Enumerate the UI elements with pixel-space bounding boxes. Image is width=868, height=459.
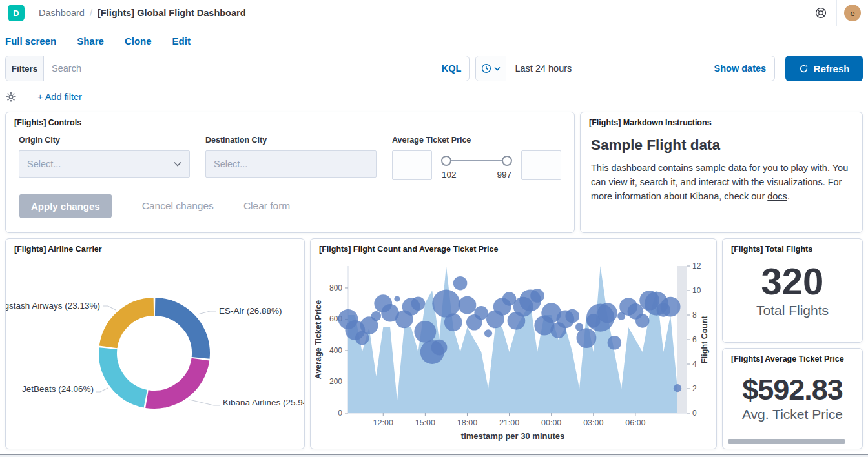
time-quick-select-button[interactable] xyxy=(476,56,506,81)
svg-text:18:00: 18:00 xyxy=(457,418,477,427)
svg-text:400: 400 xyxy=(329,346,342,355)
cancel-changes-button[interactable]: Cancel changes xyxy=(142,200,214,212)
panel-title: [Flights] Controls xyxy=(6,112,574,127)
time-picker: Last 24 hours Show dates xyxy=(475,56,775,81)
filter-controls-row: + Add filter xyxy=(5,87,863,107)
svg-text:6: 6 xyxy=(692,335,697,344)
destination-city-select[interactable]: Select... xyxy=(205,150,377,178)
panel-flight-count-chart: [Flights] Flight Count and Average Ticke… xyxy=(310,238,717,449)
clear-form-button[interactable]: Clear form xyxy=(243,200,290,212)
filters-label[interactable]: Filters xyxy=(6,56,44,81)
share-button[interactable]: Share xyxy=(77,36,104,46)
help-button[interactable] xyxy=(805,0,836,26)
dashboard-grid: [Flights] Controls Origin City Select...… xyxy=(0,107,868,449)
slider-max-value: 997 xyxy=(497,170,512,179)
svg-text:Flight Count: Flight Count xyxy=(700,315,709,363)
svg-text:2: 2 xyxy=(692,384,697,393)
donut-slice-kibana-airlines[interactable] xyxy=(147,360,200,400)
avg-ticket-price-bubble xyxy=(414,321,436,343)
svg-text:00:00: 00:00 xyxy=(541,418,561,427)
slider-handle-max[interactable] xyxy=(502,156,512,166)
docs-link[interactable]: docs xyxy=(767,191,787,201)
chevron-down-icon xyxy=(174,161,181,167)
show-dates-button[interactable]: Show dates xyxy=(714,63,775,74)
price-max-input[interactable] xyxy=(521,150,561,180)
avg-ticket-price-label: Avg. Ticket Price xyxy=(742,407,843,422)
panel-markdown-instructions: [Flights] Markdown Instructions Sample F… xyxy=(580,112,863,233)
origin-city-select[interactable]: Select... xyxy=(19,150,190,178)
markdown-heading: Sample Flight data xyxy=(591,137,852,154)
horizontal-scrollbar[interactable] xyxy=(728,439,845,444)
svg-text:8: 8 xyxy=(692,311,697,320)
search-input[interactable] xyxy=(44,56,442,81)
origin-city-label: Origin City xyxy=(19,136,190,145)
avg-ticket-price-bubble xyxy=(371,311,381,321)
svg-text:200: 200 xyxy=(329,377,342,386)
search-bar: Filters KQL xyxy=(5,56,470,81)
add-filter-button[interactable]: + Add filter xyxy=(37,92,82,102)
price-min-input[interactable] xyxy=(392,150,432,180)
full-screen-button[interactable]: Full screen xyxy=(5,36,56,46)
donut-label: JetBeats (24.06%) xyxy=(22,384,94,394)
filter-divider xyxy=(23,97,32,97)
breadcrumb: Dashboard / [Flights] Global Flight Dash… xyxy=(39,8,246,18)
avg-ticket-price-value: $592.83 xyxy=(742,375,843,404)
panel-flights-controls: [Flights] Controls Origin City Select...… xyxy=(5,112,575,233)
query-bar: Filters KQL Last 24 hours Show dates Ref… xyxy=(5,56,863,81)
donut-slice-jetbeats[interactable] xyxy=(108,349,145,399)
avg-ticket-price-bubble xyxy=(411,296,426,311)
filter-settings-gear-icon[interactable] xyxy=(5,91,17,103)
donut-label: Kibana Airlines (25.94%) xyxy=(223,398,304,407)
donut-label: ES-Air (26.88%) xyxy=(219,306,282,316)
svg-text:06:00: 06:00 xyxy=(625,418,645,427)
avg-ticket-price-bubble xyxy=(459,296,477,314)
avg-ticket-price-bubble xyxy=(530,289,544,303)
avg-ticket-price-bubble xyxy=(636,314,650,328)
breadcrumb-dashboard[interactable]: Dashboard xyxy=(39,8,85,18)
markdown-paragraph: This dashboard contains sample data for … xyxy=(591,161,852,203)
airline-carrier-donut-chart[interactable]: ES-Air (26.88%)Kibana Airlines (25.94%)J… xyxy=(6,239,304,449)
slider-handle-min[interactable] xyxy=(441,156,451,166)
panel-title: [Flights] Average Ticket Price xyxy=(723,349,862,363)
svg-text:21:00: 21:00 xyxy=(499,418,519,427)
svg-text:timestamp per 30 minutes: timestamp per 30 minutes xyxy=(461,431,564,441)
avg-ticket-price-bubble xyxy=(394,296,400,301)
panel-average-ticket-price: [Flights] Average Ticket Price $592.83 A… xyxy=(722,348,863,449)
refresh-button[interactable]: Refresh xyxy=(785,56,863,81)
avg-ticket-price-bubble xyxy=(608,336,622,350)
panel-title: [Flights] Airline Carrier xyxy=(6,239,304,254)
time-range-value[interactable]: Last 24 hours xyxy=(506,63,714,74)
price-range-slider: 102 997 xyxy=(441,150,512,179)
apply-changes-button[interactable]: Apply changes xyxy=(19,194,112,218)
avg-ticket-price-bubble xyxy=(565,309,579,323)
donut-slice-logstash-airways[interactable] xyxy=(108,307,154,347)
total-flights-value: 320 xyxy=(761,263,824,300)
top-header: D Dashboard / [Flights] Global Flight Da… xyxy=(0,0,868,26)
panel-total-flights: [Flights] Total Flights 320 Total Flight… xyxy=(722,238,863,343)
destination-city-placeholder: Select... xyxy=(214,159,368,169)
avg-ticket-price-bubble xyxy=(474,306,488,320)
flight-count-bubble-chart[interactable]: 020040060080002468101212:0015:0018:0021:… xyxy=(311,239,716,449)
clone-button[interactable]: Clone xyxy=(125,36,152,46)
slider-track xyxy=(446,160,507,161)
avg-ticket-price-bubble xyxy=(432,290,460,318)
flight-count-area-series xyxy=(348,266,677,413)
svg-text:0: 0 xyxy=(692,409,697,418)
destination-city-label: Destination City xyxy=(205,136,377,145)
kibana-logo[interactable]: D xyxy=(8,5,25,21)
refresh-label: Refresh xyxy=(814,63,850,74)
svg-text:0: 0 xyxy=(338,409,342,418)
donut-label: Logstash Airways (23.13%) xyxy=(6,301,100,311)
breadcrumb-separator: / xyxy=(90,8,92,18)
donut-slice-es-air[interactable] xyxy=(155,307,201,358)
slider-min-value: 102 xyxy=(442,170,457,179)
edit-button[interactable]: Edit xyxy=(172,36,191,46)
origin-city-placeholder: Select... xyxy=(27,159,174,169)
avg-ticket-price-bubble xyxy=(431,340,448,356)
avg-ticket-price-bubble xyxy=(484,329,492,337)
user-menu-button[interactable]: e xyxy=(836,0,868,26)
kql-toggle[interactable]: KQL xyxy=(442,63,470,74)
page-title: [Flights] Global Flight Dashboard xyxy=(98,8,246,18)
panel-airline-carrier: [Flights] Airline Carrier ES-Air (26.88%… xyxy=(5,238,305,449)
clock-icon xyxy=(481,63,491,74)
